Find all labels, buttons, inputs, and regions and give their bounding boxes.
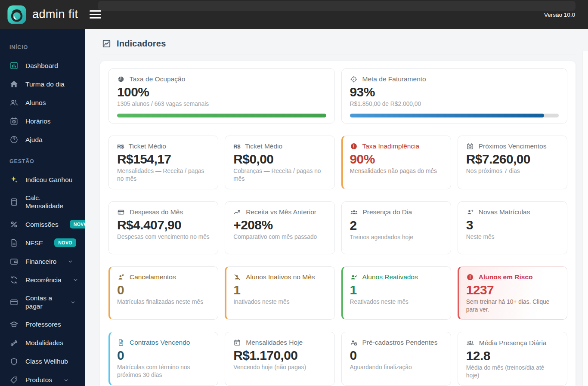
card-proximos-vencimentos: Próximos VencimentosR$7.260,00Nos próxim…	[458, 136, 567, 189]
document-icon	[9, 238, 19, 247]
sidebar-item-turma-do-dia[interactable]: Turma do dia	[0, 75, 85, 93]
trending-up-icon	[233, 208, 241, 216]
card-title-row: Receita vs Mês Anterior	[233, 208, 326, 216]
contract-icon	[117, 339, 125, 346]
card-alunos-em-risco[interactable]: Alunos em Risco1237Sem treinar há 10+ di…	[458, 266, 567, 320]
sidebar-item-horarios[interactable]: Horários	[0, 112, 85, 130]
card-value: 1	[350, 283, 443, 297]
version-label: Versão 10.0	[544, 11, 575, 18]
card-title-row: Taxa de Ocupação	[117, 75, 326, 83]
indicators-grid: Taxa de Ocupação100%1305 alunos / 663 va…	[108, 68, 567, 386]
card-title-row: Novas Matrículas	[466, 208, 559, 216]
refresh-icon	[9, 275, 19, 284]
card-title-row: Contratos Vencendo	[117, 339, 210, 346]
card-subtitle: Nos próximos 7 dias	[466, 167, 559, 175]
sidebar-item-label: Alunos	[25, 99, 46, 107]
card-subtitle: Mensalidades — Receita / pagas no mês	[117, 167, 210, 183]
progress-bar	[350, 114, 559, 117]
page-title: Indicadores	[117, 39, 166, 49]
top-header: admin fit Versão 10.0	[0, 0, 588, 29]
sidebar-item-indicou-ganhou[interactable]: Indicou Ganhou	[0, 170, 85, 189]
card-title: Ticket Médio	[245, 142, 282, 150]
card-value: 12.8	[466, 349, 559, 363]
menu-toggle-button[interactable]	[90, 10, 101, 19]
card-title-row: Próximos Vencimentos	[466, 142, 559, 150]
card-title: Pré-cadastros Pendentes	[362, 339, 438, 346]
sidebar-item-produtos[interactable]: Produtos	[0, 371, 85, 386]
card-title: Alunos em Risco	[479, 273, 533, 281]
calendar-clock-icon	[466, 142, 474, 150]
card-novas-matriculas: Novas Matrículas3Neste mês	[458, 201, 567, 254]
card-value: R$7.260,00	[466, 152, 559, 166]
sidebar-item-ajuda[interactable]: Ajuda	[0, 130, 85, 149]
sidebar-item-label: Indicou Ganhou	[25, 176, 72, 184]
novo-badge: NOVO	[54, 238, 76, 247]
header-divider	[100, 55, 576, 55]
sidebar-item-financeiro[interactable]: Financeiro	[0, 252, 85, 271]
card-value: R$4.407,90	[117, 218, 210, 232]
card-title: Ticket Médio	[129, 142, 166, 150]
card-subtitle: Comparativo com mês passado	[233, 233, 326, 241]
card-subtitle: Treinos agendados hoje	[350, 234, 443, 241]
card-title-row: Mensalidades Hoje	[233, 339, 326, 346]
card-title: Despesas do Mês	[130, 208, 183, 216]
card-title: Mensalidades Hoje	[246, 339, 303, 346]
sidebar-item-professores[interactable]: Professores	[0, 315, 85, 334]
card-title: Presença do Dia	[363, 208, 412, 216]
card-title-row: R$Ticket Médio	[233, 142, 326, 150]
sidebar-item-class-wellhub[interactable]: Class Wellhub	[0, 352, 85, 371]
card-title: Taxa de Ocupação	[130, 75, 185, 83]
card-value: 0	[117, 348, 210, 362]
sidebar-item-recorrencia[interactable]: Recorrência	[0, 271, 85, 289]
sidebar-item-label: Horários	[25, 117, 51, 125]
card-subtitle: 1305 alunos / 663 vagas semanais	[117, 100, 326, 108]
person-add-icon	[466, 208, 474, 216]
card-presenca-dia: Presença do Dia2Treinos agendados hoje	[341, 201, 451, 254]
currency-icon: R$	[233, 143, 240, 150]
card-value: 0	[117, 283, 210, 297]
sidebar-item-modalidades[interactable]: Modalidades	[0, 334, 85, 352]
sidebar-item-comissoes[interactable]: ComissõesNOVO	[0, 215, 85, 234]
percent-icon	[9, 220, 19, 229]
sidebar-item-label: Comissões	[25, 220, 59, 229]
card-subtitle: R$1.850,00 de R$2.000,00	[350, 100, 559, 108]
card-value: 3	[466, 218, 559, 232]
card-title-row: Alunos Inativos no Mês	[233, 273, 326, 281]
sidebar-section-label: GESTÃO	[0, 149, 85, 170]
card-subtitle: Cobranças — Receita / pagas no mês	[233, 167, 326, 183]
sidebar-item-label: Turma do dia	[25, 80, 65, 88]
alert-icon	[466, 273, 474, 281]
graduation-cap-icon	[9, 320, 19, 329]
sidebar-item-label: Class Wellhub	[25, 357, 68, 365]
card-value: R$0,00	[233, 152, 326, 166]
chart-icon	[102, 39, 111, 48]
chevron-down-icon	[68, 259, 73, 264]
currency-icon: R$	[117, 143, 124, 150]
card-media-presenca-diaria: Média Presença Diária12.8Média do mês (t…	[458, 332, 567, 386]
sidebar-item-nfse[interactable]: NFSENOVO	[0, 234, 85, 252]
card-title-row: Alunos em Risco	[466, 273, 559, 281]
card-subtitle: Sem treinar há 10+ dias. Clique para ver…	[466, 298, 559, 314]
card-subtitle: Média do mês (treinos/dia até hoje)	[466, 364, 559, 380]
sidebar-item-label: Dashboard	[25, 62, 58, 70]
app-logo-text: admin fit	[32, 8, 78, 21]
card-title-row: Cancelamentos	[117, 273, 210, 281]
sidebar-item-dashboard[interactable]: Dashboard	[0, 56, 85, 75]
sidebar-nav: INÍCIODashboardTurma do diaAlunosHorário…	[0, 35, 85, 386]
chevron-down-icon	[73, 277, 78, 283]
card-title: Meta de Faturamento	[362, 75, 426, 83]
sidebar-item-contas-a-pagar[interactable]: Contas a pagar	[0, 289, 85, 315]
sidebar-item-label: Calc. Mensalidade	[25, 194, 79, 210]
page-header: Indicadores	[85, 29, 588, 49]
sidebar-item-calc-mensalidade[interactable]: Calc. Mensalidade	[0, 189, 85, 215]
indicators-panel: Taxa de Ocupação100%1305 alunos / 663 va…	[100, 61, 576, 386]
card-title: Receita vs Mês Anterior	[246, 208, 316, 216]
card-subtitle: Vencendo hoje (não pagas)	[233, 364, 326, 371]
person-remove-icon	[117, 273, 125, 281]
credit-card-icon	[9, 298, 19, 307]
vertical-scrollbar[interactable]	[582, 51, 588, 386]
card-alunos-reativados: Alunos Reativados1Reativados neste mês	[341, 266, 451, 320]
card-cancelamentos: Cancelamentos0Matrículas finalizadas nes…	[108, 266, 218, 320]
app-logo[interactable]: admin fit	[7, 5, 78, 25]
sidebar-item-alunos[interactable]: Alunos	[0, 93, 85, 112]
